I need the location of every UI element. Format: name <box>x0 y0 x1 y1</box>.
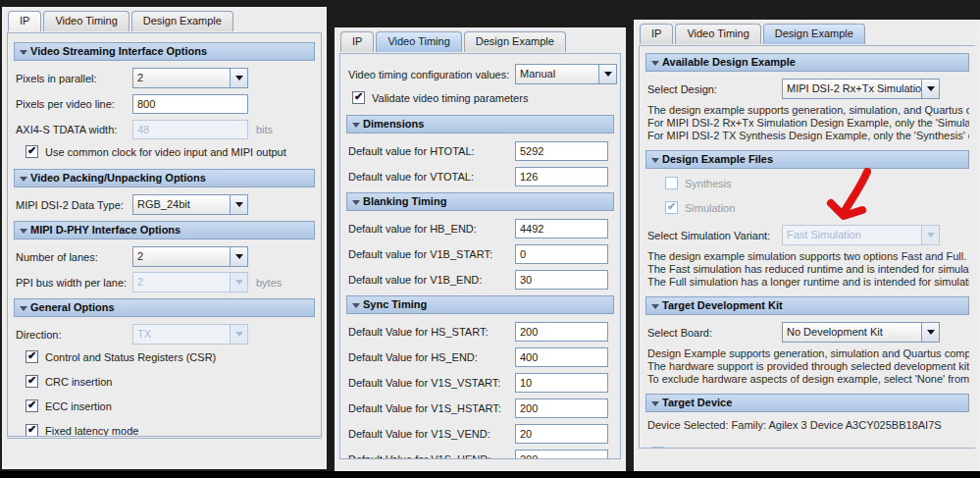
hb-end-input[interactable]: 4492 <box>515 219 608 239</box>
section-header-general[interactable]: General Options <box>14 298 315 317</box>
change-device-label: Change Target Device <box>671 448 778 450</box>
chevron-down-icon <box>230 273 247 292</box>
checkbox-checked-icon[interactable] <box>26 145 38 158</box>
htotal-row: Default value for HTOTAL: 5292 <box>348 140 614 161</box>
ppi-width-row: PPI bus width per lane: 2 bytes <box>16 272 315 292</box>
v1b-start-input[interactable]: 0 <box>515 244 608 264</box>
num-lanes-select[interactable]: 2 <box>132 246 248 267</box>
section-header-blanking[interactable]: Blanking Timing <box>346 192 614 211</box>
v1b-end-input[interactable]: 30 <box>515 270 608 290</box>
v1s-hend-label: Default Value for V1S_HEND: <box>348 453 515 460</box>
direction-label: Direction: <box>16 329 132 341</box>
vtotal-row: Default value for VTOTAL: 126 <box>348 166 614 186</box>
select-design-row: Select Design: MIPI DSI-2 Rx+Tx Simulati… <box>647 79 969 99</box>
pixels-per-line-input[interactable]: 800 <box>132 94 248 114</box>
common-clock-checkbox-row[interactable]: Use common clock for video input and MIP… <box>26 144 315 159</box>
chevron-down-icon[interactable] <box>598 65 616 83</box>
note-line: Design Example supports generation, simu… <box>647 347 969 360</box>
v1s-hstart-input[interactable]: 200 <box>515 398 608 418</box>
tdata-width-unit: bits <box>256 124 273 135</box>
note-line: The Fast simulation has reduced runtime … <box>647 263 969 276</box>
v1b-start-row: Default value for V1B_START: 0 <box>348 243 614 264</box>
section-header-video-streaming[interactable]: Video Streaming Interface Options <box>14 42 315 61</box>
section-header-dimensions[interactable]: Dimensions <box>346 115 614 133</box>
tdata-width-label: AXI4-S TDATA width: <box>16 124 132 135</box>
ip-tab-content: Video Streaming Interface Options Pixels… <box>7 32 322 437</box>
timing-config-select[interactable]: Manual <box>515 64 617 84</box>
tab-design-example[interactable]: Design Example <box>464 31 566 52</box>
tab-ip[interactable]: IP <box>340 31 374 52</box>
pixels-in-parallel-row: Pixels in parallel: 2 <box>16 68 315 88</box>
checkbox-checked-icon <box>665 201 678 214</box>
note-line: The hardware support is provided through… <box>647 360 969 373</box>
select-design-select[interactable]: MIPI DSI-2 Rx+Tx Simulation <box>782 79 940 99</box>
tab-video-timing[interactable]: Video Timing <box>43 11 129 31</box>
device-selected-text: Device Selected: Family: Agilex 3 Device… <box>647 419 969 432</box>
change-device-checkbox-row: Change Target Device <box>651 446 969 449</box>
section-header-video-packing[interactable]: Video Packing/Unpacking Options <box>14 169 315 187</box>
chevron-down-icon[interactable] <box>921 323 939 342</box>
chevron-down-icon[interactable] <box>230 69 247 87</box>
chevron-down-icon[interactable] <box>921 80 939 98</box>
example-panel-tabbar: IP Video Timing Design Example <box>636 22 978 44</box>
section-header-sync[interactable]: Sync Timing <box>346 295 614 314</box>
pixels-in-parallel-select[interactable]: 2 <box>132 68 248 88</box>
checkbox-checked-icon[interactable] <box>26 350 38 363</box>
chevron-down-icon <box>921 226 939 244</box>
data-type-row: MIPI DSI-2 Data Type: RGB_24bit <box>16 194 315 215</box>
fixed-latency-checkbox-row[interactable]: Fixed latency mode <box>26 423 315 437</box>
section-header-dphy[interactable]: MIPI D-PHY Interface Options <box>14 221 315 239</box>
v1s-vend-label: Default Value for V1S_VEND: <box>348 428 515 440</box>
v1s-vend-input[interactable]: 20 <box>515 424 608 444</box>
chevron-down-icon[interactable] <box>230 195 247 214</box>
select-board-select[interactable]: No Development Kit <box>782 322 940 343</box>
vtotal-input[interactable]: 126 <box>515 167 608 186</box>
timing-panel-tabbar: IP Video Timing Design Example <box>336 29 624 52</box>
chevron-down-icon[interactable] <box>230 247 247 266</box>
checkbox-checked-icon[interactable] <box>26 424 38 437</box>
hs-end-input[interactable]: 400 <box>515 347 608 367</box>
common-clock-label: Use common clock for video input and MIP… <box>45 146 286 158</box>
note-line: The design example simulation supports t… <box>647 250 969 263</box>
combo-value: 2 <box>133 247 230 266</box>
v1s-vstart-row: Default Value for V1S_VSTART: 10 <box>348 372 614 393</box>
data-type-select[interactable]: RGB_24bit <box>132 194 248 215</box>
ip-parameters-panel: IP Video Timing Design Example Video Str… <box>2 7 327 469</box>
note-line: For MIPI DSI-2 Rx+Tx Simulation Design E… <box>647 117 969 130</box>
hs-start-input[interactable]: 200 <box>515 322 608 342</box>
checkbox-checked-icon[interactable] <box>352 91 365 104</box>
select-board-row: Select Board: No Development Kit <box>647 322 969 343</box>
hs-end-row: Default Value for HS_END: 400 <box>348 346 614 367</box>
tab-video-timing[interactable]: Video Timing <box>376 31 461 52</box>
checkbox-checked-icon[interactable] <box>26 399 38 412</box>
section-header-design-example-files[interactable]: Design Example Files <box>645 150 969 169</box>
tab-ip[interactable]: IP <box>8 11 41 31</box>
crc-checkbox-row[interactable]: CRC insertion <box>26 374 315 389</box>
device-selected-line: Device Selected: Family: Agilex 3 Device… <box>647 419 969 432</box>
combo-value: 2 <box>133 273 230 292</box>
section-header-target-devkit[interactable]: Target Development Kit <box>645 296 969 315</box>
hs-end-label: Default Value for HS_END: <box>348 351 515 363</box>
section-header-target-device[interactable]: Target Device <box>645 394 969 412</box>
note-line: The design example supports generation, … <box>647 104 969 117</box>
ecc-checkbox-row[interactable]: ECC insertion <box>26 398 315 413</box>
v1s-vstart-label: Default Value for V1S_VSTART: <box>348 377 515 389</box>
section-header-available-design[interactable]: Available Design Example <box>645 53 969 72</box>
video-timing-panel: IP Video Timing Design Example Video tim… <box>335 27 626 472</box>
tab-video-timing[interactable]: Video Timing <box>675 24 760 44</box>
direction-select: TX <box>132 324 248 345</box>
tab-design-example[interactable]: Design Example <box>131 11 233 31</box>
hs-start-label: Default Value for HS_START: <box>348 326 515 338</box>
ppi-width-select: 2 <box>132 272 248 292</box>
validate-checkbox-row[interactable]: Validate video timing parameters <box>352 90 614 105</box>
v1s-hend-input[interactable]: 200 <box>515 450 608 460</box>
v1s-vstart-input[interactable]: 10 <box>515 373 608 393</box>
ppi-width-label: PPI bus width per lane: <box>16 277 132 289</box>
csr-checkbox-row[interactable]: Control and Status Registers (CSR) <box>26 349 315 364</box>
htotal-input[interactable]: 5292 <box>515 141 608 161</box>
checkbox-checked-icon[interactable] <box>26 375 38 388</box>
direction-row: Direction: TX <box>16 324 315 345</box>
hb-end-label: Default value for HB_END: <box>348 223 515 235</box>
tab-design-example[interactable]: Design Example <box>763 24 865 44</box>
tab-ip[interactable]: IP <box>640 24 673 44</box>
